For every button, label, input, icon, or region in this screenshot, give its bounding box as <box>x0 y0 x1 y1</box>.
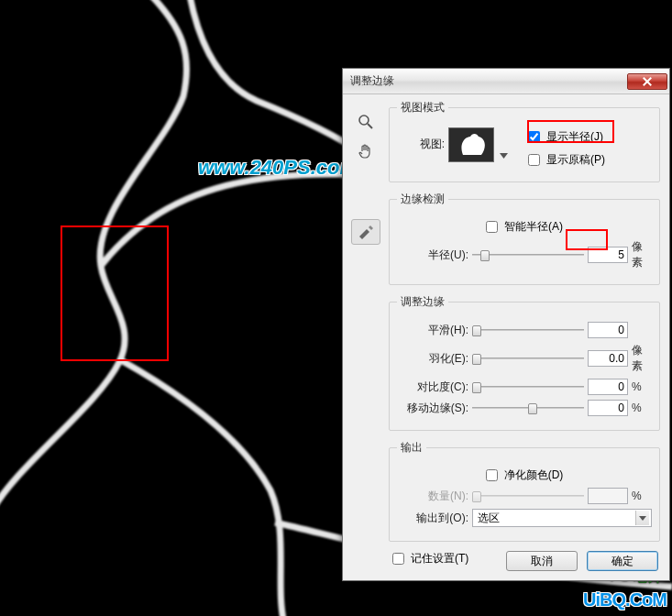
refine-brush-tool[interactable] <box>351 219 380 245</box>
output-to-value: 选区 <box>478 511 500 526</box>
ok-button[interactable]: 确定 <box>587 551 658 571</box>
smooth-input[interactable] <box>588 322 628 338</box>
smooth-slider[interactable] <box>472 323 584 337</box>
highlight-box <box>527 120 614 143</box>
shift-edge-label: 移动边缘(S): <box>397 401 468 416</box>
output-to-select[interactable]: 选区 <box>472 509 652 527</box>
contrast-label: 对比度(C): <box>397 380 468 395</box>
radius-unit: 像素 <box>632 239 652 270</box>
smooth-label: 平滑(H): <box>397 323 468 338</box>
zoom-tool[interactable] <box>351 109 380 135</box>
view-label: 视图: <box>397 127 445 152</box>
purify-color-label: 净化颜色(D) <box>504 468 564 483</box>
output-to-label: 输出到(O): <box>397 511 468 526</box>
legend-view-mode: 视图模式 <box>397 100 448 116</box>
show-original-label: 显示原稿(P) <box>546 152 605 168</box>
remember-settings-label: 记住设置(T) <box>411 551 468 566</box>
contrast-input[interactable] <box>588 379 628 395</box>
watermark-240ps: www.240PS.com <box>198 156 358 180</box>
hand-icon <box>358 143 374 160</box>
dialog-titlebar[interactable]: 调整边缘 <box>343 69 669 94</box>
refine-brush-icon <box>357 224 375 240</box>
feather-unit: 像素 <box>632 343 652 374</box>
dialog-title: 调整边缘 <box>350 73 394 89</box>
close-icon <box>643 77 652 86</box>
purify-color-checkbox[interactable] <box>486 469 498 481</box>
legend-adjust-edge: 调整边缘 <box>397 294 448 310</box>
feather-slider[interactable] <box>472 351 584 366</box>
highlight-box <box>566 229 608 250</box>
radius-label: 半径(U): <box>397 248 468 263</box>
contrast-slider[interactable] <box>472 380 584 394</box>
legend-edge-detection: 边缘检测 <box>397 192 448 207</box>
shift-edge-unit: % <box>632 402 652 414</box>
svg-line-2 <box>368 124 372 128</box>
refine-edge-dialog: 调整边缘 视图模式 视图: <box>342 68 670 581</box>
contrast-unit: % <box>632 380 652 393</box>
smart-radius-label: 智能半径(A) <box>504 219 563 235</box>
remember-settings-checkbox[interactable] <box>392 553 404 565</box>
group-edge-detection: 边缘检测 智能半径(A) 半径(U): 像素 <box>389 192 660 285</box>
cancel-button[interactable]: 取消 <box>506 551 578 571</box>
zoom-icon <box>358 114 374 130</box>
shift-edge-input[interactable] <box>588 400 628 416</box>
feather-label: 羽化(E): <box>397 351 468 367</box>
feather-input[interactable] <box>588 350 628 367</box>
close-button[interactable] <box>627 73 667 90</box>
smart-radius-checkbox[interactable] <box>486 221 498 233</box>
shift-edge-slider[interactable] <box>472 401 584 415</box>
view-thumbnail[interactable] <box>448 127 494 162</box>
chevron-down-icon <box>635 511 649 525</box>
hand-tool[interactable] <box>351 138 380 164</box>
group-adjust-edge: 调整边缘 平滑(H): 羽化(E): 像素 对比度(C): % 移动边缘(S): <box>389 294 660 431</box>
chevron-down-icon[interactable] <box>500 153 508 159</box>
tool-column <box>348 105 383 248</box>
amount-label: 数量(N): <box>397 489 468 504</box>
group-view-mode: 视图模式 视图: 显示半径(J) 显示原稿(P) <box>389 100 660 182</box>
amount-slider <box>472 489 584 503</box>
show-original-checkbox[interactable] <box>528 154 540 166</box>
legend-output: 输出 <box>397 440 426 456</box>
watermark-uibq: UiBQ.CoM <box>583 589 666 610</box>
amount-unit: % <box>632 490 652 502</box>
group-output: 输出 净化颜色(D) 数量(N): % 输出到(O): 选区 <box>389 440 660 542</box>
amount-input <box>588 488 628 504</box>
highlight-box <box>61 226 169 361</box>
svg-point-1 <box>359 116 369 125</box>
